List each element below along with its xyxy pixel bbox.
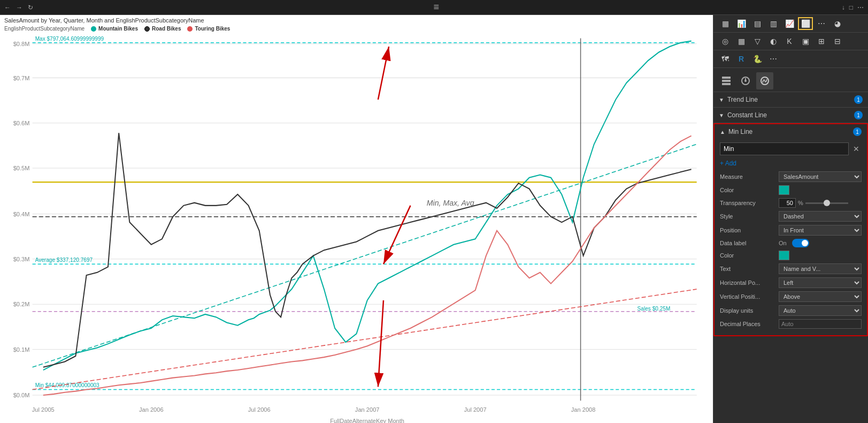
top-bar-center-menu[interactable]: ≡	[434, 2, 442, 13]
constant-line-header[interactable]: ▼ Constant Line 1	[713, 108, 868, 123]
vis-icon-more[interactable]: ⋯	[766, 52, 781, 65]
text-value: Name and V...	[779, 263, 862, 274]
trend-line-title: Trend Line	[727, 96, 852, 103]
vis-icon-table[interactable]: ⊞	[814, 35, 829, 48]
section-constant-line: ▼ Constant Line 1	[713, 108, 868, 123]
svg-rect-43	[722, 77, 731, 79]
transparency-slider[interactable]	[805, 202, 848, 204]
data-label-toggle[interactable]	[792, 239, 809, 247]
more-icon[interactable]: ⋯	[857, 4, 864, 11]
vis-icon-map[interactable]: 🗺	[718, 52, 733, 65]
vis-icon-column[interactable]: 📊	[734, 17, 749, 30]
text-label: Text	[720, 266, 779, 272]
back-icon[interactable]: ←	[4, 4, 11, 11]
refresh-icon[interactable]: ↻	[28, 4, 33, 11]
vis-icon-r[interactable]: R	[734, 52, 749, 65]
prop-transparency: Transparency %	[720, 198, 862, 208]
vis-icons-row-3: 🗺 R 🐍 ⋯	[713, 50, 868, 68]
vis-icon-gauge[interactable]: ◐	[766, 35, 781, 48]
decimal-places-value	[779, 319, 862, 329]
vert-pos-label: Vertical Positi...	[720, 293, 779, 300]
color2-value	[779, 251, 862, 260]
vert-pos-select[interactable]: Above	[779, 291, 862, 302]
svg-text:Jul 2005: Jul 2005	[32, 406, 55, 413]
toggle-knob	[802, 240, 808, 246]
right-panel: ▦ 📊 ▤ ▥ 📈 ⬜ ⋯ ◕ ◎ ▦ ▽ ◐ K ▣ ⊞ ⊟ 🗺 R 🐍 ⋯	[713, 15, 868, 423]
window-icon[interactable]: □	[849, 4, 853, 11]
svg-rect-44	[722, 80, 731, 82]
vis-icon-scatter[interactable]: ⋯	[814, 17, 829, 30]
style-select[interactable]: Dashed	[779, 211, 862, 222]
horiz-pos-select[interactable]: Left	[779, 277, 862, 288]
legend-label-road: Road Bikes	[152, 26, 181, 32]
svg-text:$0.2M: $0.2M	[13, 301, 30, 307]
legend-item-mountain: Mountain Bikes	[91, 26, 138, 32]
horiz-pos-value: Left	[779, 277, 862, 288]
prop-position: Position In Front	[720, 225, 862, 236]
add-button[interactable]: + Add	[720, 158, 736, 168]
download-icon[interactable]: ↓	[842, 4, 845, 11]
main-area: SalesAmount by Year, Quarter, Month and …	[0, 15, 868, 423]
vis-icon-stacked-bar[interactable]: ▤	[750, 17, 765, 30]
vis-icon-area[interactable]: ⬜	[798, 17, 813, 30]
min-line-content: ✕ + Add Measure SalesAmount Color	[715, 139, 867, 335]
text-select[interactable]: Name and V...	[779, 263, 862, 274]
decimal-places-label: Decimal Places	[720, 321, 779, 327]
color-picker[interactable]	[779, 185, 789, 195]
trend-line-header[interactable]: ▼ Trend Line 1	[713, 92, 868, 107]
forward-icon[interactable]: →	[16, 4, 22, 11]
vis-icon-kpi[interactable]: K	[782, 35, 797, 48]
vis-icon-bar[interactable]: ▦	[718, 17, 733, 30]
svg-point-48	[744, 80, 747, 82]
svg-text:Jul 2006: Jul 2006	[248, 406, 271, 413]
measure-select[interactable]: SalesAmount	[779, 171, 862, 182]
constant-line-chevron: ▼	[719, 112, 724, 118]
prop-style: Style Dashed	[720, 211, 862, 222]
svg-rect-45	[722, 83, 731, 85]
section-min-line: ▲ Min Line 1 ✕ + Add Measure SalesAmou	[713, 123, 868, 336]
position-select[interactable]: In Front	[779, 225, 862, 236]
analytics-button[interactable]	[756, 72, 773, 89]
prop-vert-pos: Vertical Positi... Above	[720, 291, 862, 302]
vis-icon-pie[interactable]: ◕	[830, 17, 845, 30]
vis-icon-card[interactable]: ▣	[798, 35, 813, 48]
svg-text:Max $797,064.60999999999: Max $797,064.60999999999	[35, 35, 104, 41]
vis-icon-matrix[interactable]: ⊟	[830, 35, 845, 48]
min-line-header[interactable]: ▲ Min Line 1	[715, 124, 867, 139]
color-value	[779, 185, 862, 195]
decimal-places-input[interactable]	[779, 319, 862, 329]
svg-text:Average $337,120.7697: Average $337,120.7697	[35, 257, 93, 263]
min-line-badge: 1	[853, 127, 862, 136]
vert-pos-value: Above	[779, 291, 862, 302]
svg-text:Sales $0.25M: Sales $0.25M	[637, 305, 671, 311]
vis-icons-row-2: ◎ ▦ ▽ ◐ K ▣ ⊞ ⊟	[713, 33, 868, 50]
chart-svg: $0.0M $0.1M $0.2M $0.3M $0.4M $0.5M $0.6…	[0, 33, 713, 423]
legend-item-road: Road Bikes	[144, 26, 181, 32]
vis-icon-line[interactable]: 📈	[782, 17, 797, 30]
fields-button[interactable]	[718, 72, 735, 89]
vis-icon-donut[interactable]: ◎	[718, 35, 733, 48]
color2-picker[interactable]	[779, 251, 789, 260]
trend-line-badge: 1	[854, 95, 863, 104]
display-units-select[interactable]: Auto	[779, 305, 862, 316]
svg-text:$0.4M: $0.4M	[13, 210, 30, 217]
format-button[interactable]	[737, 72, 754, 89]
data-label-label: Data label	[720, 240, 779, 246]
svg-text:$0.8M: $0.8M	[13, 41, 30, 47]
section-trend-line: ▼ Trend Line 1	[713, 92, 868, 108]
pct-label: %	[798, 200, 803, 206]
svg-text:Jan 2007: Jan 2007	[355, 406, 380, 413]
prop-horiz-pos: Horizontal Po... Left	[720, 277, 862, 288]
vis-icon-python[interactable]: 🐍	[750, 52, 765, 65]
min-line-close-btn[interactable]: ✕	[851, 143, 862, 154]
vis-icon-funnel[interactable]: ▽	[750, 35, 765, 48]
svg-line-39	[383, 206, 410, 264]
prop-text: Text Name and V...	[720, 263, 862, 274]
prop-data-label: Data label On	[720, 239, 862, 247]
chart-container: $0.0M $0.1M $0.2M $0.3M $0.4M $0.5M $0.6…	[0, 33, 713, 423]
min-line-input[interactable]	[720, 142, 849, 155]
legend-dot-touring	[187, 26, 193, 32]
transparency-input[interactable]	[779, 198, 796, 208]
vis-icon-treemap[interactable]: ▦	[734, 35, 749, 48]
vis-icon-100-bar[interactable]: ▥	[766, 17, 781, 30]
